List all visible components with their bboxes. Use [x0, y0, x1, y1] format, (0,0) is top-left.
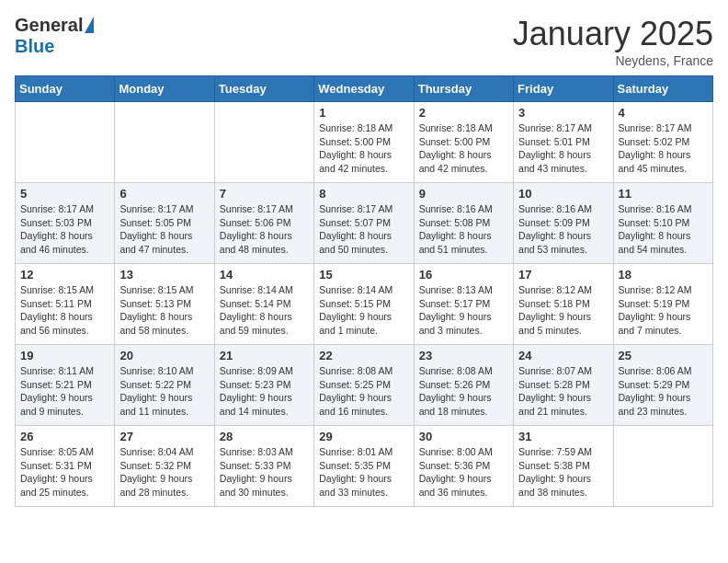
day-info: Sunrise: 8:17 AMSunset: 5:07 PMDaylight:…: [319, 202, 408, 257]
day-number: 13: [119, 268, 209, 282]
day-info: Sunrise: 8:06 AMSunset: 5:29 PMDaylight:…: [619, 364, 708, 419]
day-number: 20: [119, 349, 209, 362]
day-info: Sunrise: 8:18 AMSunset: 5:00 PMDaylight:…: [319, 121, 408, 176]
day-info: Sunrise: 8:18 AMSunset: 5:00 PMDaylight:…: [419, 121, 508, 176]
day-number: 15: [319, 268, 408, 282]
day-info: Sunrise: 8:08 AMSunset: 5:25 PMDaylight:…: [319, 364, 408, 419]
day-number: 16: [419, 268, 508, 282]
calendar-cell: 6Sunrise: 8:17 AMSunset: 5:05 PMDaylight…: [115, 183, 214, 264]
day-number: 12: [20, 268, 109, 282]
calendar-cell: 27Sunrise: 8:04 AMSunset: 5:32 PMDayligh…: [115, 426, 214, 507]
day-number: 22: [319, 349, 408, 362]
calendar-week-row: 5Sunrise: 8:17 AMSunset: 5:03 PMDaylight…: [16, 183, 713, 264]
logo: General Blue: [15, 15, 94, 57]
calendar-cell: 4Sunrise: 8:17 AMSunset: 5:02 PMDaylight…: [613, 102, 712, 183]
day-info: Sunrise: 8:13 AMSunset: 5:17 PMDaylight:…: [419, 283, 508, 338]
calendar-table: SundayMondayTuesdayWednesdayThursdayFrid…: [15, 75, 713, 507]
calendar-cell: 8Sunrise: 8:17 AMSunset: 5:07 PMDaylight…: [314, 183, 414, 264]
day-info: Sunrise: 8:07 AMSunset: 5:28 PMDaylight:…: [518, 364, 608, 419]
day-info: Sunrise: 8:17 AMSunset: 5:01 PMDaylight:…: [518, 121, 608, 176]
calendar-cell: 3Sunrise: 8:17 AMSunset: 5:01 PMDaylight…: [514, 102, 613, 183]
calendar-cell: 18Sunrise: 8:12 AMSunset: 5:19 PMDayligh…: [613, 264, 712, 345]
calendar-cell: 10Sunrise: 8:16 AMSunset: 5:09 PMDayligh…: [514, 183, 613, 264]
calendar-cell: 22Sunrise: 8:08 AMSunset: 5:25 PMDayligh…: [314, 345, 414, 426]
calendar-cell: 25Sunrise: 8:06 AMSunset: 5:29 PMDayligh…: [613, 345, 712, 426]
day-info: Sunrise: 8:08 AMSunset: 5:26 PMDaylight:…: [419, 364, 508, 419]
calendar-week-row: 26Sunrise: 8:05 AMSunset: 5:31 PMDayligh…: [16, 426, 713, 507]
weekday-header: Monday: [115, 76, 214, 102]
day-info: Sunrise: 8:16 AMSunset: 5:08 PMDaylight:…: [419, 202, 508, 257]
day-info: Sunrise: 8:03 AMSunset: 5:33 PMDaylight:…: [220, 445, 309, 500]
calendar-week-row: 19Sunrise: 8:11 AMSunset: 5:21 PMDayligh…: [16, 345, 713, 426]
weekday-header: Tuesday: [214, 76, 313, 102]
day-number: 28: [220, 430, 309, 443]
day-info: Sunrise: 8:15 AMSunset: 5:11 PMDaylight:…: [20, 283, 109, 338]
day-number: 2: [419, 106, 508, 120]
day-number: 9: [419, 187, 508, 201]
day-number: 27: [119, 430, 209, 443]
day-number: 17: [518, 268, 608, 282]
calendar-cell: 28Sunrise: 8:03 AMSunset: 5:33 PMDayligh…: [214, 426, 313, 507]
calendar-week-row: 1Sunrise: 8:18 AMSunset: 5:00 PMDaylight…: [16, 102, 713, 183]
calendar-cell: 20Sunrise: 8:10 AMSunset: 5:22 PMDayligh…: [115, 345, 214, 426]
day-info: Sunrise: 8:14 AMSunset: 5:14 PMDaylight:…: [220, 283, 309, 338]
page-header: General Blue January 2025 Neydens, Franc…: [15, 15, 713, 68]
month-title: January 2025: [513, 15, 713, 53]
weekday-header: Saturday: [613, 76, 712, 102]
weekday-header: Wednesday: [314, 76, 414, 102]
weekday-header: Thursday: [414, 76, 513, 102]
day-number: 3: [518, 106, 608, 120]
calendar-cell: 1Sunrise: 8:18 AMSunset: 5:00 PMDaylight…: [314, 102, 414, 183]
day-info: Sunrise: 8:01 AMSunset: 5:35 PMDaylight:…: [319, 445, 408, 500]
day-info: Sunrise: 8:16 AMSunset: 5:10 PMDaylight:…: [619, 202, 708, 257]
day-number: 5: [20, 187, 109, 201]
day-info: Sunrise: 8:17 AMSunset: 5:03 PMDaylight:…: [20, 202, 109, 257]
day-info: Sunrise: 8:14 AMSunset: 5:15 PMDaylight:…: [319, 283, 408, 338]
calendar-cell: [214, 102, 313, 183]
day-info: Sunrise: 8:17 AMSunset: 5:05 PMDaylight:…: [119, 202, 209, 257]
day-number: 26: [20, 430, 109, 443]
calendar-cell: [16, 102, 115, 183]
calendar-cell: 5Sunrise: 8:17 AMSunset: 5:03 PMDaylight…: [16, 183, 115, 264]
weekday-header: Friday: [514, 76, 613, 102]
day-number: 31: [518, 430, 608, 443]
calendar-cell: 13Sunrise: 8:15 AMSunset: 5:13 PMDayligh…: [115, 264, 214, 345]
calendar-cell: 29Sunrise: 8:01 AMSunset: 5:35 PMDayligh…: [314, 426, 414, 507]
day-info: Sunrise: 8:10 AMSunset: 5:22 PMDaylight:…: [119, 364, 209, 419]
day-info: Sunrise: 8:11 AMSunset: 5:21 PMDaylight:…: [20, 364, 109, 419]
calendar-cell: 31Sunrise: 7:59 AMSunset: 5:38 PMDayligh…: [514, 426, 613, 507]
day-number: 25: [619, 349, 708, 362]
day-info: Sunrise: 8:15 AMSunset: 5:13 PMDaylight:…: [119, 283, 209, 338]
day-number: 19: [20, 349, 109, 362]
day-number: 4: [619, 106, 708, 120]
day-info: Sunrise: 7:59 AMSunset: 5:38 PMDaylight:…: [518, 445, 608, 500]
day-number: 7: [220, 187, 309, 201]
calendar-cell: 12Sunrise: 8:15 AMSunset: 5:11 PMDayligh…: [16, 264, 115, 345]
calendar-cell: 2Sunrise: 8:18 AMSunset: 5:00 PMDaylight…: [414, 102, 513, 183]
day-number: 1: [319, 106, 408, 120]
calendar-cell: 17Sunrise: 8:12 AMSunset: 5:18 PMDayligh…: [514, 264, 613, 345]
day-info: Sunrise: 8:17 AMSunset: 5:02 PMDaylight:…: [619, 121, 708, 176]
calendar-cell: [613, 426, 712, 507]
logo-triangle-icon: [85, 17, 94, 33]
logo-blue-text: Blue: [15, 36, 54, 57]
calendar-cell: [115, 102, 214, 183]
day-number: 11: [619, 187, 708, 201]
calendar-cell: 15Sunrise: 8:14 AMSunset: 5:15 PMDayligh…: [314, 264, 414, 345]
day-number: 23: [419, 349, 508, 362]
day-info: Sunrise: 8:12 AMSunset: 5:18 PMDaylight:…: [518, 283, 608, 338]
calendar-cell: 24Sunrise: 8:07 AMSunset: 5:28 PMDayligh…: [514, 345, 613, 426]
location: Neydens, France: [513, 53, 713, 68]
calendar-cell: 11Sunrise: 8:16 AMSunset: 5:10 PMDayligh…: [613, 183, 712, 264]
calendar-week-row: 12Sunrise: 8:15 AMSunset: 5:11 PMDayligh…: [16, 264, 713, 345]
day-number: 8: [319, 187, 408, 201]
day-number: 24: [518, 349, 608, 362]
day-info: Sunrise: 8:17 AMSunset: 5:06 PMDaylight:…: [220, 202, 309, 257]
day-info: Sunrise: 8:00 AMSunset: 5:36 PMDaylight:…: [419, 445, 508, 500]
calendar-cell: 19Sunrise: 8:11 AMSunset: 5:21 PMDayligh…: [16, 345, 115, 426]
calendar-header-row: SundayMondayTuesdayWednesdayThursdayFrid…: [16, 76, 713, 102]
weekday-header: Sunday: [16, 76, 115, 102]
title-area: January 2025 Neydens, France: [513, 15, 713, 68]
day-number: 29: [319, 430, 408, 443]
calendar-cell: 7Sunrise: 8:17 AMSunset: 5:06 PMDaylight…: [214, 183, 313, 264]
